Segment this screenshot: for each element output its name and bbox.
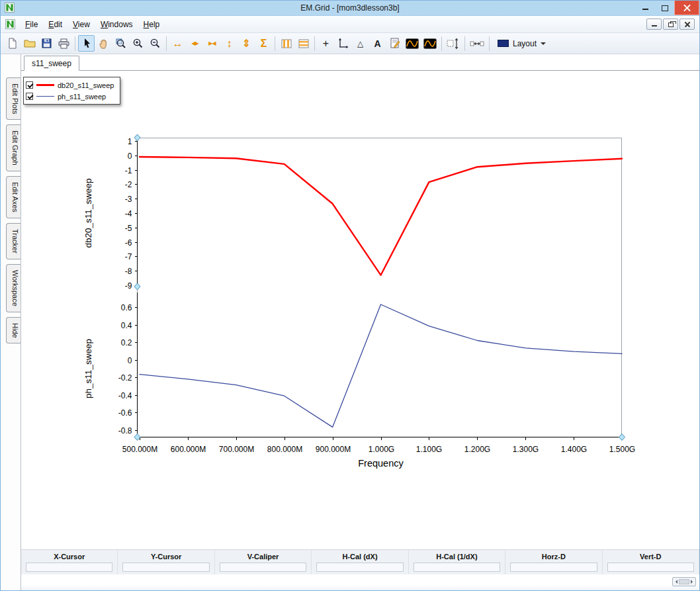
svg-text:-0.4: -0.4 <box>118 391 132 400</box>
delta-readout-button[interactable]: △ <box>352 35 369 52</box>
scrollbar-thumb[interactable] <box>679 579 689 584</box>
autoscale-sum-button[interactable]: Σ <box>255 35 272 52</box>
child-window-minimize-button[interactable] <box>646 19 662 30</box>
cursor-field-h-cal-dx[interactable] <box>316 563 403 572</box>
svg-text:-5: -5 <box>125 224 132 233</box>
child-window-controls <box>646 19 697 30</box>
expand-x-axis-button[interactable]: ↔ <box>169 35 186 52</box>
svg-text:1: 1 <box>128 137 132 146</box>
main-area: Edit PlotsEdit GraphEdit AxesTrackerWork… <box>1 54 699 590</box>
horizontal-scrollbar[interactable] <box>672 577 696 586</box>
zoom-out-icon <box>150 38 161 49</box>
scroll-left-icon[interactable] <box>674 580 678 584</box>
legend-checkbox-db20-s11-sweep[interactable] <box>26 81 33 89</box>
toolbar: ↔◀▶▶◀↕⇕Σ+△ALayout <box>1 33 699 54</box>
cursor-header-y-cursor: Y-Cursor <box>122 553 209 561</box>
svg-text:-8: -8 <box>125 267 132 276</box>
select-pointer-button[interactable] <box>78 35 95 52</box>
cursor-header-v-caliper: V-Caliper <box>220 553 306 561</box>
child-window-restore-button[interactable] <box>663 19 678 30</box>
svg-text:900.000M: 900.000M <box>316 445 351 454</box>
child-window-close-button[interactable] <box>679 19 695 30</box>
axis-cursor-handle[interactable] <box>134 434 140 441</box>
svg-text:-6: -6 <box>125 238 132 248</box>
toolbar-separator <box>464 36 465 51</box>
menu-bar: FileEditViewWindowsHelp <box>1 16 699 33</box>
scroll-y-axis-icon: ⇕ <box>242 38 251 49</box>
title-bar[interactable]: EM.Grid - [mom3dlesson3b] <box>1 1 699 16</box>
cursor-field-v-caliper[interactable] <box>220 563 306 572</box>
svg-text:-9: -9 <box>125 281 132 291</box>
zoom-out-button[interactable] <box>147 35 163 52</box>
plot-canvas: s11_sweep db20_s11_sweepph_s11_sweep 10-… <box>21 54 699 549</box>
expand-y-axis-icon: ↕ <box>227 38 232 49</box>
svg-text:-2: -2 <box>125 180 132 189</box>
axis-cursor-handle[interactable] <box>134 283 140 290</box>
save-button[interactable] <box>38 35 55 52</box>
horizontal-limits-button[interactable] <box>468 35 486 52</box>
svg-text:0: 0 <box>128 152 132 161</box>
svg-text:0.4: 0.4 <box>121 321 132 330</box>
stacked-plot-columns-button[interactable] <box>278 35 294 52</box>
legend-checkbox-ph-s11-sweep[interactable] <box>26 93 33 100</box>
svg-text:1.300G: 1.300G <box>513 445 539 454</box>
cursor-field-x-cursor[interactable] <box>26 563 112 572</box>
side-tab-workspace[interactable]: Workspace <box>6 264 21 312</box>
side-tab-tracker[interactable]: Tracker <box>6 223 21 259</box>
stacked-plot-rows-button[interactable] <box>295 35 312 52</box>
window-close-button[interactable] <box>674 1 699 15</box>
side-tab-edit-axes[interactable]: Edit Axes <box>6 176 21 218</box>
toolbar-separator <box>441 36 442 51</box>
menu-windows[interactable]: Windows <box>95 17 138 32</box>
waveform-options-2-button[interactable] <box>421 35 439 52</box>
waveform-options-1-button[interactable] <box>404 35 421 52</box>
document-tab[interactable]: s11_sweep <box>24 56 79 71</box>
cursor-header-horz-d: Horz-D <box>510 553 597 561</box>
svg-text:0: 0 <box>128 356 132 365</box>
pan-button[interactable] <box>95 35 112 52</box>
cursor-header-h-cal-1-dx: H-Cal (1/dX) <box>414 553 500 561</box>
axis-cursor-handle[interactable] <box>619 434 625 441</box>
side-tab-hide[interactable]: Hide <box>6 317 21 344</box>
side-tab-edit-plots[interactable]: Edit Plots <box>6 77 21 120</box>
series-db20-s11-sweep <box>140 157 622 275</box>
cursor-field-vert-d[interactable] <box>607 563 694 572</box>
fit-x-axis-button[interactable]: ▶◀ <box>204 35 220 52</box>
menu-edit[interactable]: Edit <box>43 17 67 32</box>
window-maximize-button[interactable] <box>655 1 674 15</box>
scroll-x-axis-button[interactable]: ◀▶ <box>187 35 203 52</box>
axis-cursor-handle[interactable] <box>134 134 140 141</box>
cursor-cell-v-caliper: V-Caliper <box>215 550 312 574</box>
menu-file[interactable]: File <box>20 17 43 32</box>
open-button[interactable] <box>21 35 38 52</box>
notes-editor-button[interactable] <box>386 35 403 52</box>
menu-view[interactable]: View <box>67 17 95 32</box>
add-cursor-button[interactable]: + <box>318 35 334 52</box>
legend-item-ph-s11-sweep: ph_s11_sweep <box>26 91 114 102</box>
zoom-in-button[interactable] <box>130 35 146 52</box>
side-tab-edit-graph[interactable]: Edit Graph <box>6 124 21 171</box>
toolbar-separator <box>166 36 167 51</box>
axes-options-button[interactable] <box>335 35 351 52</box>
legend-label: ph_s11_sweep <box>58 93 106 101</box>
vertical-limits-button[interactable] <box>445 35 462 52</box>
add-text-button[interactable]: A <box>369 35 386 52</box>
print-button[interactable] <box>56 35 72 52</box>
expand-y-axis-button[interactable]: ↕ <box>221 35 238 52</box>
cursor-field-h-cal-1-dx[interactable] <box>414 563 500 572</box>
scroll-right-icon[interactable] <box>691 580 695 584</box>
window-minimize-button[interactable] <box>636 1 655 15</box>
scroll-x-axis-icon: ◀▶ <box>191 41 198 46</box>
menu-help[interactable]: Help <box>138 17 165 32</box>
plot-border <box>138 138 622 437</box>
toolbar-separator <box>75 36 75 51</box>
cursor-header-vert-d: Vert-D <box>607 553 694 561</box>
scroll-y-axis-button[interactable]: ⇕ <box>238 35 255 52</box>
chart-area[interactable]: 10-1-2-3-4-5-6-7-8-9db20_s11_sweep0.60.4… <box>21 54 699 549</box>
legend-box: db20_s11_sweepph_s11_sweep <box>23 77 120 105</box>
zoom-window-button[interactable] <box>112 35 129 52</box>
cursor-field-horz-d[interactable] <box>510 563 597 572</box>
cursor-field-y-cursor[interactable] <box>122 563 209 572</box>
new-button[interactable] <box>4 35 21 52</box>
layout-button[interactable]: Layout <box>492 35 551 52</box>
